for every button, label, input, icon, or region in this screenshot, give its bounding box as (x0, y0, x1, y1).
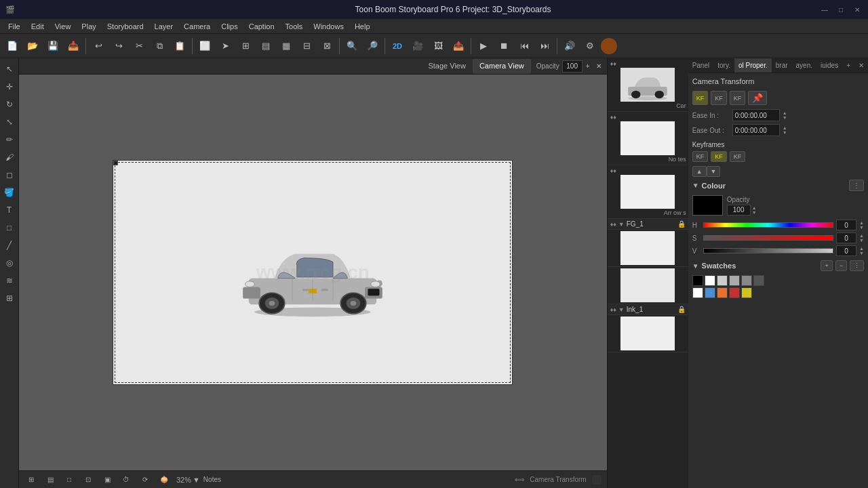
kf-go-next-btn[interactable]: KF (730, 151, 746, 162)
colour-swatch-main[interactable] (692, 195, 723, 216)
swatch-white2[interactable] (692, 287, 703, 298)
val-value[interactable] (836, 245, 856, 256)
kf-next-button[interactable]: KF (730, 91, 746, 105)
swatch-black[interactable] (692, 275, 703, 286)
ease-in-spinner[interactable]: ▲ ▼ (783, 110, 787, 120)
maximize-button[interactable]: □ (835, 4, 846, 15)
stage-view-tab[interactable]: Stage View (421, 59, 472, 74)
2d-button[interactable]: 2D (388, 37, 407, 56)
sat-spinner[interactable]: ▲ ▼ (859, 233, 864, 243)
export-button[interactable]: 📤 (449, 37, 468, 56)
opacity-input[interactable] (562, 60, 583, 73)
color-picker-button[interactable] (601, 38, 617, 54)
swatch-lgray[interactable] (717, 275, 728, 286)
brush-tool[interactable]: 🖌 (1, 149, 18, 165)
kf-del-button[interactable]: 📌 (748, 91, 767, 105)
tab-properties[interactable]: ol Proper. (734, 58, 772, 73)
tab-tory[interactable]: tory. (713, 58, 734, 73)
minimize-button[interactable]: — (819, 4, 830, 15)
animate-btn[interactable]: ⟳ (138, 473, 152, 487)
swatch-white[interactable] (705, 275, 715, 286)
new-button[interactable]: 📄 (3, 37, 22, 56)
prev-button[interactable]: ⏮ (515, 37, 534, 56)
import-button[interactable]: 📥 (64, 37, 83, 56)
menu-windows[interactable]: Windows (308, 19, 349, 34)
swatch-red[interactable] (729, 287, 740, 298)
thumbnail-item-1[interactable]: ♦♦ Car (608, 58, 688, 112)
sat-slider[interactable] (703, 235, 833, 241)
cut-button[interactable]: ✂ (130, 37, 149, 56)
close-button[interactable]: ✕ (852, 4, 863, 15)
open-button[interactable]: 📂 (23, 37, 42, 56)
menu-tools[interactable]: Tools (280, 19, 309, 34)
grid-button[interactable]: ⊞ (236, 37, 255, 56)
camera-view-tab[interactable]: Camera View (473, 59, 531, 74)
zoom-in-button[interactable]: 🔎 (363, 37, 382, 56)
swatch-mgray[interactable] (729, 275, 740, 286)
notes-label[interactable]: Notes (205, 473, 219, 487)
kf-prev-button[interactable]: KF (711, 91, 727, 105)
copy-button[interactable]: ⧉ (150, 37, 169, 56)
scale-tool[interactable]: ⤡ (1, 114, 18, 130)
time-btn[interactable]: ⏱ (119, 473, 133, 487)
layout3-button[interactable]: ⊟ (297, 37, 316, 56)
kf-add-button[interactable]: KF (692, 91, 709, 105)
panel-close-button[interactable]: ✕ (593, 61, 604, 72)
paste-button[interactable]: 📋 (170, 37, 189, 56)
colour-menu-btn[interactable]: ⋮ (849, 180, 864, 191)
grid-view-btn[interactable]: ⊞ (24, 473, 38, 487)
split-btn[interactable]: ⊡ (81, 473, 95, 487)
hue-spinner[interactable]: ▲ ▼ (859, 220, 864, 230)
blur-tool[interactable]: ◎ (1, 255, 18, 271)
3d-mode-button[interactable]: 🎥 (408, 37, 427, 56)
smear-tool[interactable]: ≋ (1, 272, 18, 289)
layer-fg1-lock[interactable]: 🔒 (677, 220, 686, 228)
settings-button[interactable]: ⚙ (580, 37, 599, 56)
redo-button[interactable]: ↪ (109, 37, 128, 56)
ease-in-input[interactable] (732, 109, 780, 121)
swatch-gray[interactable] (741, 275, 752, 286)
tab-guides[interactable]: iuides (816, 58, 842, 73)
menu-clips[interactable]: Clips (216, 19, 243, 34)
ease-out-spinner[interactable]: ▲ ▼ (783, 125, 787, 135)
nav-up-btn[interactable]: ▲ (692, 166, 707, 177)
zoom-out-button[interactable]: 🔍 (342, 37, 361, 56)
resize-handle[interactable]: ⟺ (515, 476, 524, 483)
menu-file[interactable]: File (3, 19, 26, 34)
onion-btn[interactable]: 🧅 (157, 473, 171, 487)
undo-button[interactable]: ↩ (89, 37, 108, 56)
menu-caption[interactable]: Caption (243, 19, 280, 34)
swatch-orange[interactable] (717, 287, 728, 298)
val-slider[interactable] (703, 248, 833, 253)
stop-button[interactable]: ⏹ (494, 37, 513, 56)
menu-edit[interactable]: Edit (26, 19, 50, 34)
swatch-blue[interactable] (705, 287, 715, 298)
menu-layer[interactable]: Layer (149, 19, 179, 34)
fit-btn[interactable]: ▣ (100, 473, 114, 487)
filmstrip-btn[interactable]: ▤ (43, 473, 57, 487)
rotate-tool[interactable]: ↻ (1, 96, 18, 113)
hue-value[interactable] (836, 220, 856, 230)
kf-cur-btn[interactable]: KF (711, 151, 727, 162)
transform2-tool[interactable]: ⊞ (1, 290, 18, 306)
select-button[interactable]: ⬜ (195, 37, 214, 56)
move-tool[interactable]: ✛ (1, 79, 18, 95)
hue-slider[interactable] (703, 222, 833, 228)
ease-out-input[interactable] (732, 124, 780, 136)
panel-expand-button[interactable]: + (583, 61, 593, 72)
sat-value[interactable] (836, 232, 856, 243)
sound-button[interactable]: 🔊 (560, 37, 579, 56)
next-button[interactable]: ⏭ (535, 37, 554, 56)
menu-view[interactable]: View (50, 19, 77, 34)
expand-tabs-btn[interactable]: + (842, 58, 854, 73)
colour-opacity-input[interactable] (727, 205, 751, 216)
swatches-collapse-btn[interactable]: ▼ (692, 262, 699, 270)
select-tool[interactable]: ↖ (1, 61, 18, 77)
save-button[interactable]: 💾 (43, 37, 62, 56)
panel-btn[interactable]: □ (62, 473, 76, 487)
dark-mode-btn[interactable] (592, 475, 601, 485)
menu-camera[interactable]: Camera (178, 19, 216, 34)
close-panel-btn[interactable]: ✕ (854, 58, 868, 73)
layout-button[interactable]: ▤ (256, 37, 275, 56)
val-spinner[interactable]: ▲ ▼ (859, 246, 864, 256)
